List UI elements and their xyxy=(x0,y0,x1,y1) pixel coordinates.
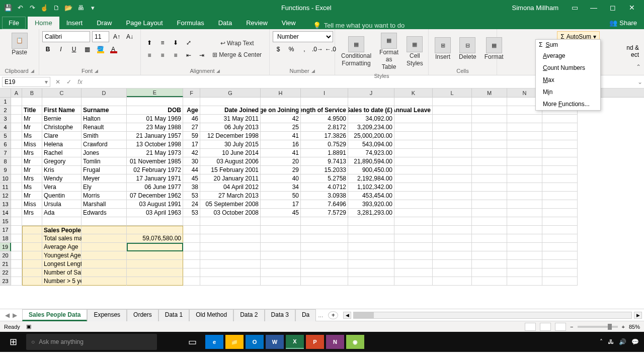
cell[interactable] xyxy=(472,98,507,106)
cell[interactable] xyxy=(11,277,22,286)
cell[interactable]: 30 xyxy=(183,157,200,166)
cell[interactable] xyxy=(11,260,22,268)
align-middle-icon[interactable]: ≡ xyxy=(157,37,168,48)
tray-up-icon[interactable]: ˄ xyxy=(600,338,603,345)
cell[interactable]: 59 xyxy=(183,132,200,140)
cell[interactable] xyxy=(542,140,578,149)
font-color-icon[interactable]: A xyxy=(108,44,119,55)
cell[interactable] xyxy=(261,98,301,106)
cell[interactable] xyxy=(507,149,542,157)
cell[interactable]: Miss xyxy=(22,200,42,209)
cell[interactable]: 44 xyxy=(183,166,200,174)
cell[interactable] xyxy=(507,243,542,251)
font-name-input[interactable] xyxy=(42,31,90,42)
tab-draw[interactable]: Draw xyxy=(90,17,119,29)
cell[interactable]: 30 July 2015 xyxy=(200,140,261,149)
cell[interactable]: Crawford xyxy=(82,140,127,149)
cell[interactable] xyxy=(433,106,472,115)
cell[interactable] xyxy=(127,226,183,234)
cell[interactable]: 46 xyxy=(183,115,200,123)
row-header[interactable]: 12 xyxy=(0,192,11,200)
share-button[interactable]: 👥 Share xyxy=(602,17,644,29)
volume-icon[interactable]: 🔊 xyxy=(619,338,626,345)
sheet-tab[interactable]: Old Method xyxy=(189,309,233,321)
cell[interactable] xyxy=(472,123,507,132)
cell[interactable] xyxy=(348,234,394,243)
find-select-button-partial[interactable]: nd & ect xyxy=(626,44,639,58)
col-header[interactable]: G xyxy=(200,88,261,97)
cell[interactable] xyxy=(301,234,348,243)
accounting-format-icon[interactable]: $ xyxy=(273,44,284,55)
cell[interactable]: 45 xyxy=(261,209,301,217)
col-header[interactable]: C xyxy=(42,88,82,97)
cell[interactable] xyxy=(542,200,578,209)
onenote-app-icon[interactable]: N xyxy=(326,335,344,349)
cell[interactable] xyxy=(11,217,22,226)
tab-review[interactable]: Review xyxy=(239,17,275,29)
align-top-icon[interactable]: ⬆ xyxy=(144,37,155,48)
cell[interactable]: First Name xyxy=(42,106,82,115)
row-header[interactable]: 21 xyxy=(0,260,11,268)
cell[interactable] xyxy=(82,226,127,234)
zoom-in-button[interactable]: + xyxy=(622,324,625,330)
sheet-tab[interactable]: Expenses xyxy=(87,309,127,321)
row-header[interactable]: 18 xyxy=(0,234,11,243)
cell[interactable]: 03 August 1991 xyxy=(127,200,183,209)
user-name[interactable]: Simona Millham xyxy=(512,4,558,12)
cell[interactable] xyxy=(472,260,507,268)
cell[interactable]: Ms xyxy=(22,183,42,192)
row-header[interactable]: 14 xyxy=(0,209,11,217)
cell[interactable] xyxy=(542,260,578,268)
cell[interactable] xyxy=(472,243,507,251)
cell[interactable]: 4.9500 xyxy=(301,115,348,123)
cell[interactable]: Clare xyxy=(42,132,82,140)
cell[interactable]: 17 January 1971 xyxy=(127,174,183,183)
cell[interactable] xyxy=(11,123,22,132)
network-icon[interactable]: 🖧 xyxy=(608,338,614,345)
ribbon-display-icon[interactable]: ▭ xyxy=(568,3,582,13)
cell[interactable]: Mr xyxy=(22,166,42,174)
cell[interactable] xyxy=(22,277,42,286)
cell[interactable] xyxy=(433,260,472,268)
paste-button[interactable]: 📋 Paste xyxy=(9,31,31,57)
cell[interactable]: Marshall xyxy=(82,200,127,209)
quick-print-icon[interactable]: 🖶 xyxy=(76,4,85,12)
cell[interactable] xyxy=(507,183,542,192)
cell[interactable]: Wendy xyxy=(42,174,82,183)
cell[interactable] xyxy=(348,226,394,234)
cell[interactable] xyxy=(301,268,348,277)
zoom-slider[interactable] xyxy=(578,326,618,328)
cell[interactable] xyxy=(200,226,261,234)
row-header[interactable]: 10 xyxy=(0,174,11,183)
cell[interactable]: 17 xyxy=(261,200,301,209)
cell[interactable] xyxy=(348,217,394,226)
cell[interactable] xyxy=(394,200,433,209)
cell[interactable] xyxy=(11,115,22,123)
font-size-input[interactable] xyxy=(92,31,109,42)
autosum-min-item[interactable]: Min xyxy=(536,86,600,98)
cell[interactable] xyxy=(542,166,578,174)
excel-app-icon[interactable]: X xyxy=(286,335,304,349)
row-header[interactable]: 23 xyxy=(0,277,11,286)
cell[interactable] xyxy=(11,157,22,166)
cell[interactable] xyxy=(22,234,42,243)
cell[interactable] xyxy=(507,251,542,260)
normal-view-button[interactable] xyxy=(525,323,536,331)
cell[interactable]: 03 August 2006 xyxy=(200,157,261,166)
enter-formula-icon[interactable]: ✓ xyxy=(63,76,74,87)
cell[interactable] xyxy=(82,234,127,243)
cell[interactable] xyxy=(183,226,200,234)
cell[interactable] xyxy=(542,209,578,217)
cell[interactable]: 21 May 1973 xyxy=(127,149,183,157)
cell[interactable] xyxy=(394,268,433,277)
cell[interactable] xyxy=(183,243,200,251)
cell[interactable] xyxy=(11,251,22,260)
cell[interactable] xyxy=(22,217,42,226)
cell[interactable]: Number > 5 years xyxy=(42,277,82,286)
cell[interactable] xyxy=(542,149,578,157)
cell[interactable]: Sales to date (£) xyxy=(348,106,394,115)
cell[interactable]: 53 xyxy=(183,192,200,200)
cell[interactable] xyxy=(394,209,433,217)
cell[interactable] xyxy=(394,243,433,251)
format-cells-button[interactable]: ▦Format xyxy=(481,36,507,62)
